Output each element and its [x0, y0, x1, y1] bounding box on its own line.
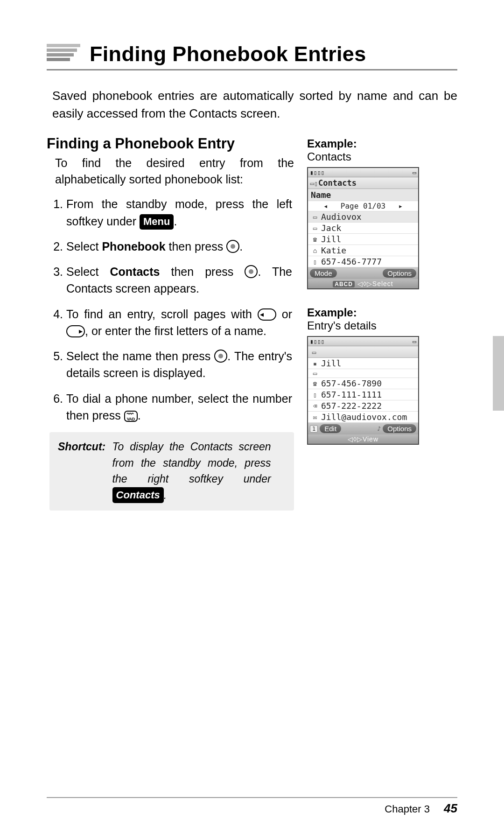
mail-icon: ✉	[311, 413, 319, 421]
shortcut-box: Shortcut: To display the Contacts screen…	[49, 432, 294, 511]
list-item: ⌂Katie	[308, 245, 418, 256]
side-tab	[493, 336, 504, 411]
status-bar: ▮▯▯▯ ▭	[308, 168, 418, 177]
nav-arrows-icon: ◁◊▷	[348, 435, 363, 443]
battery-icon: ▭	[413, 169, 416, 176]
details-screen-mock: ▮▯▯▯ ▭ ▭ ▪Jill ▭ ☎657-456-7890 ▯657-111-…	[307, 336, 419, 445]
contacts-screen-mock: ▮▯▯▯ ▭ ▭▯Contacts Name ◂ Page 01/03 ▸ ▭A…	[307, 167, 419, 289]
shortcut-text-a: To display the Contacts screen from the …	[112, 441, 271, 485]
shortcut-label: Shortcut:	[58, 441, 105, 453]
book-icon: ▭	[311, 213, 319, 221]
fax-icon: ⌫	[311, 402, 319, 410]
step-4-text-c: , or enter the first letters of a name.	[85, 324, 266, 337]
list-item-text: Audiovox	[321, 212, 362, 222]
steps-list: From the standby mode, press the left so…	[66, 196, 294, 424]
step-6-text-a: To dial a phone number, select the numbe…	[66, 392, 292, 422]
softkey-bar: Mode Options	[308, 267, 418, 279]
screen-title-blank: ▭	[308, 346, 418, 358]
page-text: Page 01/03	[341, 202, 385, 210]
entry-name: Jill	[321, 358, 341, 368]
step-4-text-a: To find an entry, scroll pages with	[66, 308, 258, 321]
shortcut-text-b: .	[164, 489, 167, 501]
example1-caption: Contacts	[307, 150, 426, 163]
page-indicator: ◂ Page 01/03 ▸	[308, 201, 418, 211]
step-3: Select Contacts then press . The Contact…	[66, 263, 294, 297]
list-item-text: 657-456-7777	[321, 257, 382, 266]
person-icon: ▪	[311, 360, 319, 367]
intro-text: Saved phonebook entries are automaticall…	[52, 87, 457, 122]
list-item: ▯657-456-7777	[308, 256, 418, 267]
step-2-bold: Phonebook	[102, 240, 165, 253]
example2-caption: Entry's details	[307, 319, 426, 332]
ok-icon	[214, 350, 227, 363]
options-softkey: Options	[383, 424, 416, 433]
detail-text: Jill@audiovox.com	[321, 412, 407, 422]
step-2: Select Phonebook then press .	[66, 238, 294, 255]
step-3-text-a: Select	[66, 265, 110, 278]
step-3-bold: Contacts	[110, 265, 160, 278]
footer-rule	[47, 797, 457, 798]
step-3-text-b: then press	[160, 265, 245, 278]
options-softkey: Options	[383, 269, 416, 278]
ok-icon	[226, 240, 239, 253]
shortcut-body: To display the Contacts screen from the …	[112, 439, 271, 503]
stripe-icon	[47, 44, 80, 64]
step-1-text-a: From the standby mode, press the left so…	[66, 197, 292, 227]
list-item: ▭Jack	[308, 223, 418, 234]
detail-row: ▯657-111-1111	[308, 389, 418, 400]
signal-icon: ▮▯▯▯	[310, 338, 324, 345]
list-item-text: Jill	[321, 234, 341, 244]
nav-arrows-icon: ◁◊▷	[357, 280, 372, 287]
step-5-text-a: Select the name then press	[66, 350, 214, 363]
blank-icon: ▭	[311, 370, 319, 377]
softkey-bar: 1 Edit ♪ Options	[308, 423, 418, 434]
list-item: ▭Audiovox	[308, 211, 418, 223]
status-bar: ▮▯▯▯ ▭	[308, 337, 418, 346]
page-num-icon: 1	[310, 425, 318, 433]
detail-text: 657-222-2222	[321, 401, 382, 411]
contacts-keycap: Contacts	[112, 487, 164, 503]
right-arrow-icon	[66, 325, 85, 337]
step-4: To find an entry, scroll pages with or ,…	[66, 306, 294, 340]
page-left-icon: ◂	[323, 202, 328, 210]
home-icon: ⌂	[311, 247, 319, 254]
detail-row: ✉Jill@audiovox.com	[308, 412, 418, 423]
step-2-text-b: then press	[166, 240, 227, 253]
mobile-icon: ▯	[311, 391, 319, 399]
page-right-icon: ▸	[398, 202, 403, 210]
step-2-text-c: .	[239, 240, 243, 253]
nav-hint-bar: ◁◊▷View	[308, 434, 418, 444]
page-number: 45	[444, 801, 457, 815]
ok-icon	[245, 265, 258, 278]
mode-softkey: Mode	[310, 269, 337, 278]
left-arrow-icon	[258, 308, 276, 321]
detail-text: 657-111-1111	[321, 390, 382, 399]
book-icon: ▭	[311, 224, 319, 232]
list-item-text: Katie	[321, 245, 346, 255]
section-heading: Finding a Phonebook Entry	[47, 135, 294, 152]
detail-row: ⌫657-222-2222	[308, 400, 418, 412]
list-item-text: Jack	[321, 223, 341, 233]
step-1-text-b: .	[174, 215, 177, 228]
step-1: From the standby mode, press the left so…	[66, 196, 294, 230]
phone-icon: ☎	[311, 236, 319, 243]
note-icon: ♪	[377, 425, 381, 432]
detail-text: 657-456-7890	[321, 378, 382, 388]
entry-name-row: ▪Jill	[308, 358, 418, 369]
book-icon: ▭▯	[310, 180, 318, 187]
phone-icon: ☎	[311, 380, 319, 387]
step-6: To dial a phone number, select the numbe…	[66, 390, 294, 424]
battery-icon: ▭	[413, 338, 416, 345]
book-icon: ▭	[310, 349, 318, 356]
blank-row: ▭	[308, 369, 418, 378]
example2-label: Example:	[307, 306, 426, 319]
abc-indicator: ABCD	[333, 281, 355, 287]
edit-softkey: Edit	[320, 424, 341, 433]
menu-keycap: Menu	[140, 214, 174, 230]
page-title: Finding Phonebook Entries	[90, 42, 366, 66]
step-5: Select the name then press . The entry's…	[66, 348, 294, 382]
footer: Chapter 3 45	[385, 801, 457, 816]
mobile-icon: ▯	[311, 258, 319, 266]
name-header: Name	[308, 189, 418, 201]
step-4-text-b: or	[276, 308, 292, 321]
